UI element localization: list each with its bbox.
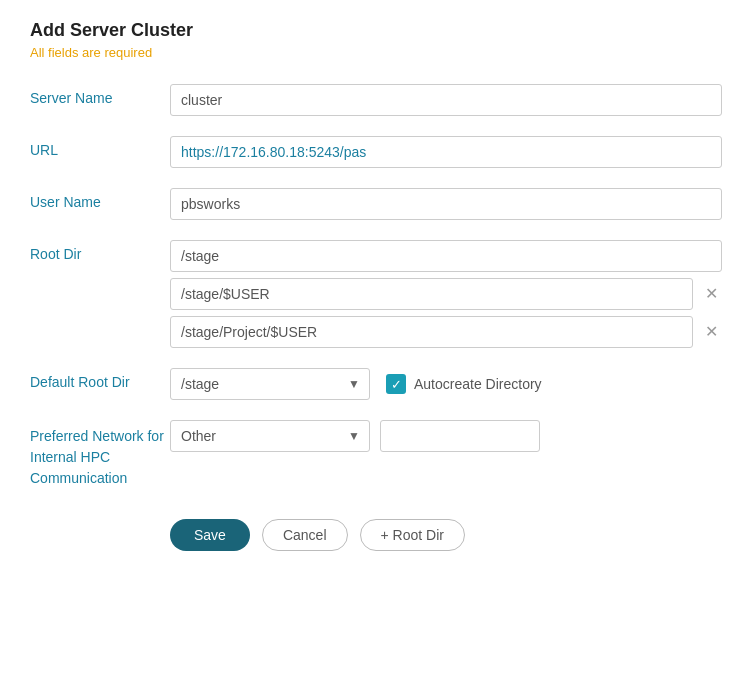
preferred-network-controls: Other InfiniBand Ethernet ▼ <box>170 420 540 452</box>
server-name-label: Server Name <box>30 84 170 106</box>
server-name-control <box>170 84 722 116</box>
server-name-input[interactable] <box>170 84 722 116</box>
root-dir-extra-1-row: ✕ <box>170 278 722 310</box>
cancel-button[interactable]: Cancel <box>262 519 348 551</box>
page-title: Add Server Cluster <box>30 20 722 41</box>
root-dir-row: Root Dir ✕ ✕ <box>30 240 722 348</box>
default-root-dir-control: /stage /stage/$USER /stage/Project/$USER… <box>170 368 722 400</box>
root-dir-extra-2-input[interactable] <box>170 316 693 348</box>
root-dir-extra-1-input[interactable] <box>170 278 693 310</box>
add-root-dir-button[interactable]: + Root Dir <box>360 519 465 551</box>
user-name-label: User Name <box>30 188 170 210</box>
preferred-network-label: Preferred Network for Internal HPC Commu… <box>30 420 170 489</box>
preferred-network-select[interactable]: Other InfiniBand Ethernet <box>170 420 370 452</box>
button-row: Save Cancel + Root Dir <box>170 519 722 551</box>
default-root-dir-select-wrapper: /stage /stage/$USER /stage/Project/$USER… <box>170 368 370 400</box>
url-label: URL <box>30 136 170 158</box>
required-note: All fields are required <box>30 45 722 60</box>
root-dir-input[interactable] <box>170 240 722 272</box>
server-name-row: Server Name <box>30 84 722 116</box>
preferred-network-text-input[interactable] <box>380 420 540 452</box>
preferred-network-select-wrapper: Other InfiniBand Ethernet ▼ <box>170 420 370 452</box>
url-control <box>170 136 722 168</box>
autocreate-group: ✓ Autocreate Directory <box>386 374 542 394</box>
autocreate-checkbox[interactable]: ✓ <box>386 374 406 394</box>
user-name-control <box>170 188 722 220</box>
remove-root-dir-2-button[interactable]: ✕ <box>701 324 722 340</box>
user-name-row: User Name <box>30 188 722 220</box>
remove-root-dir-1-button[interactable]: ✕ <box>701 286 722 302</box>
default-root-dir-row: Default Root Dir /stage /stage/$USER /st… <box>30 368 722 400</box>
url-input[interactable] <box>170 136 722 168</box>
save-button[interactable]: Save <box>170 519 250 551</box>
root-dir-label: Root Dir <box>30 240 170 262</box>
user-name-input[interactable] <box>170 188 722 220</box>
checkmark-icon: ✓ <box>391 378 402 391</box>
autocreate-label: Autocreate Directory <box>414 376 542 392</box>
preferred-network-row: Preferred Network for Internal HPC Commu… <box>30 420 722 489</box>
default-root-dir-label: Default Root Dir <box>30 368 170 390</box>
default-root-dir-select[interactable]: /stage /stage/$USER /stage/Project/$USER <box>170 368 370 400</box>
root-dir-extra-2-row: ✕ <box>170 316 722 348</box>
url-row: URL <box>30 136 722 168</box>
default-root-dir-inner: /stage /stage/$USER /stage/Project/$USER… <box>170 368 722 400</box>
root-dir-control: ✕ ✕ <box>170 240 722 348</box>
